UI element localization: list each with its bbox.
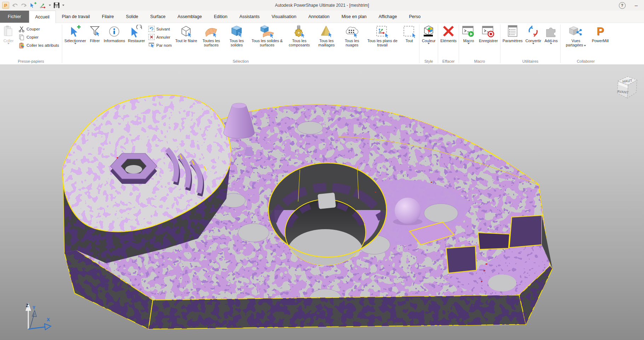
axis-triad: Z Y X (10, 298, 56, 335)
tab-plan-de-travail[interactable]: Plan de travail (56, 11, 96, 23)
next-icon (149, 26, 155, 32)
tab-accueil[interactable]: Accueil (29, 11, 56, 23)
all-solids-surfaces-button[interactable]: Tous les solides & surfaces (249, 23, 285, 59)
convert-button[interactable]: Convertir (524, 23, 543, 59)
minimize-button[interactable]: – (635, 4, 638, 7)
paste-attributes-button[interactable]: Coller les attributs (17, 41, 60, 49)
restore-button[interactable]: Restaurer (127, 23, 146, 59)
redo-icon[interactable] (21, 2, 28, 8)
settings-label: Paramètres (503, 39, 523, 43)
tab-visualisation[interactable]: Visualisation (266, 11, 302, 23)
all-solids-label: Tous les solides (225, 39, 248, 47)
ribbon-group-clipboard: Coller Couper Copier Coller les attribut… (0, 23, 62, 64)
all-components-label: Tous les composants (286, 39, 312, 47)
macro-button[interactable]: Macro (460, 23, 477, 59)
all-solids-button[interactable]: Tous les solides (224, 23, 249, 59)
shared-views-label: Vues partagées (563, 39, 589, 47)
title-bar: P Autodesk PowerShape Ultimate 2021 - [m… (0, 0, 644, 11)
powershape-logo-icon[interactable]: P (2, 2, 9, 9)
select-cursor-icon[interactable] (30, 2, 37, 9)
informations-label: Informations (104, 39, 125, 43)
info-icon (108, 24, 121, 39)
addins-puzzle-icon (544, 24, 558, 39)
macro-dropdown-caret-icon (468, 43, 470, 44)
tab-solide[interactable]: Solide (120, 11, 144, 23)
select-button[interactable]: Sélectionner (63, 23, 87, 59)
ribbon-group-utilities: Paramètres Convertir Add-ins Utilitaires (500, 23, 560, 64)
tab-affichage[interactable]: Affichage (373, 11, 403, 23)
all-meshes-label: Tous les maillages (315, 39, 338, 47)
tab-fichier[interactable]: Fichier (0, 11, 29, 23)
all-wireframe-button[interactable]: Tout le filaire (174, 23, 199, 59)
3d-viewport[interactable]: HAUT AVANT Z Y X (0, 65, 644, 340)
tab-edition[interactable]: Edition (208, 11, 233, 23)
settings-icon (506, 24, 519, 39)
ribbon-group-collaborate: Vues partagées P PowerMill Collaborer (561, 23, 611, 64)
tab-mise-en-plan[interactable]: Mise en plan (336, 11, 373, 23)
ribbon: Coller Couper Copier Coller les attribut… (0, 23, 644, 65)
all-surfaces-label: Toutes les surfaces (200, 39, 222, 47)
paste-icon (2, 24, 15, 39)
color-button[interactable]: Couleur (420, 23, 437, 59)
cancel-button[interactable]: Annuler (147, 33, 173, 41)
ribbon-group-erase: Eléments Effacer (438, 23, 459, 64)
all-surfaces-button[interactable]: Toutes les surfaces (198, 23, 224, 59)
elements-button[interactable]: Eléments (439, 23, 458, 59)
select-all-button[interactable]: Tout (400, 23, 418, 59)
addins-button[interactable]: Add-ins (543, 23, 559, 59)
axes-dropdown-caret-icon[interactable] (49, 5, 51, 6)
informations-button[interactable]: Informations (102, 23, 127, 59)
save-dropdown-caret-icon[interactable] (62, 5, 64, 6)
color-dropdown-caret-icon (428, 43, 430, 44)
cut-label: Couper (27, 27, 40, 31)
tab-filaire[interactable]: Filaire (96, 11, 120, 23)
undo-icon[interactable] (11, 2, 18, 8)
axis-y-label: Y (33, 305, 35, 310)
axis-z-label: Z (26, 303, 29, 308)
copy-button[interactable]: Copier (17, 33, 60, 41)
all-meshes-button[interactable]: Tous les maillages (314, 23, 339, 59)
shared-views-button[interactable]: Vues partagées (561, 23, 590, 59)
filter-button[interactable]: Filtrer (87, 23, 102, 59)
tab-annotation[interactable]: Annotation (302, 11, 336, 23)
by-name-icon (149, 42, 155, 48)
paste-button[interactable]: Coller (1, 23, 16, 59)
all-wireframe-label: Tout le filaire (175, 39, 197, 43)
convert-dropdown-caret-icon (532, 43, 534, 44)
convert-label: Convertir (526, 39, 541, 43)
tab-surface[interactable]: Surface (144, 11, 172, 23)
tab-assistants[interactable]: Assistants (233, 11, 266, 23)
model-canvas[interactable] (0, 65, 644, 340)
quick-access-toolbar: P (0, 2, 64, 9)
paste-dropdown-caret-icon (7, 43, 10, 44)
view-cube[interactable]: HAUT AVANT (613, 73, 642, 106)
group-label-macro: Macro (460, 59, 499, 64)
filter-label: Filtrer (90, 39, 100, 43)
all-clouds-icon (345, 24, 359, 39)
addins-label: Add-ins (545, 39, 558, 43)
all-meshes-icon (319, 24, 333, 39)
powermill-logo-icon: P (597, 26, 604, 37)
settings-button[interactable]: Paramètres (501, 23, 524, 59)
window-title: Autodesk PowerShape Ultimate 2021 - [mes… (0, 3, 644, 8)
workplane-axes-icon[interactable] (39, 2, 47, 9)
paste-attributes-icon (18, 42, 25, 49)
select-all-label: Tout (406, 39, 413, 43)
restore-icon (130, 24, 143, 39)
save-icon[interactable] (53, 2, 60, 9)
addins-dropdown-caret-icon (550, 43, 552, 44)
group-label-style: Style (420, 59, 437, 64)
cut-button[interactable]: Couper (17, 25, 60, 33)
record-button[interactable]: Enregistrer (477, 23, 499, 59)
all-components-button[interactable]: Tous les composants (285, 23, 314, 59)
next-button[interactable]: Suivant (147, 25, 173, 33)
all-workplanes-button[interactable]: Tous les plans de travail (365, 23, 400, 59)
tab-assemblage[interactable]: Assemblage (172, 11, 208, 23)
by-name-button[interactable]: Par nom (147, 41, 173, 49)
powermill-button[interactable]: P PowerMill (590, 23, 610, 59)
help-button[interactable]: ? (619, 2, 626, 9)
color-label: Couleur (422, 39, 436, 43)
tab-perso[interactable]: Perso (403, 11, 427, 23)
all-clouds-button[interactable]: Tous les nuages (339, 23, 365, 59)
all-workplanes-icon (375, 24, 390, 39)
